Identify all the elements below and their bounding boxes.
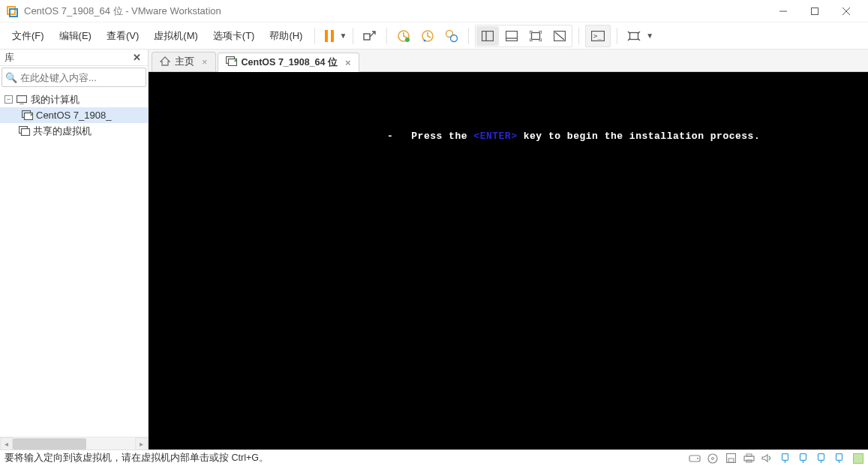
separator (617, 28, 617, 44)
svg-rect-43 (800, 454, 806, 461)
tree-shared-vms[interactable]: 共享的虚拟机 (0, 123, 148, 139)
scroll-right-icon[interactable]: ▸ (135, 437, 148, 450)
svg-point-13 (451, 35, 458, 41)
svg-line-20 (555, 32, 564, 40)
separator (468, 28, 469, 44)
svg-point-10 (405, 38, 410, 42)
menu-file[interactable]: 文件(F) (6, 26, 50, 46)
close-button[interactable] (830, 1, 862, 22)
send-to-button[interactable] (359, 26, 380, 47)
separator (578, 28, 579, 44)
chevron-down-icon: ▼ (339, 32, 347, 40)
network-icon[interactable] (796, 452, 809, 464)
svg-rect-24 (17, 95, 27, 102)
console-button-group: >_ (585, 25, 611, 47)
search-icon: 🔍 (5, 72, 17, 83)
shared-icon (18, 125, 30, 137)
view-fullscreen-button[interactable] (524, 26, 547, 46)
separator (314, 28, 315, 44)
svg-rect-8 (364, 34, 370, 40)
sidebar-title: 库 (5, 51, 14, 65)
snapshot-manager-button[interactable] (441, 26, 462, 47)
stretch-button (623, 26, 644, 47)
svg-rect-14 (482, 31, 494, 41)
chevron-down-icon: ▼ (646, 32, 653, 40)
svg-rect-37 (728, 458, 734, 462)
svg-rect-39 (746, 454, 752, 456)
sidebar-search[interactable]: 🔍 ▼ (2, 68, 146, 87)
menu-edit[interactable]: 编辑(E) (53, 26, 98, 46)
menu-vm[interactable]: 虚拟机(M) (148, 26, 204, 46)
svg-point-35 (712, 457, 714, 459)
sidebar-hscrollbar[interactable]: ◂ ▸ (0, 437, 148, 449)
titlebar: CentOS 7_1908_64 位 - VMware Workstation (0, 0, 868, 23)
separator (353, 28, 353, 44)
svg-point-34 (708, 454, 717, 463)
status-icons (688, 452, 863, 464)
content-area: 主页 × CentOS 7_1908_64 位 × -Press the <EN… (149, 50, 868, 449)
search-input[interactable] (20, 72, 146, 83)
svg-rect-6 (325, 30, 328, 42)
view-single-button[interactable] (500, 26, 523, 46)
tree-label: 共享的虚拟机 (33, 125, 92, 138)
view-mode-group (475, 25, 572, 47)
svg-rect-0 (8, 7, 15, 14)
message-log-button[interactable] (853, 453, 863, 464)
statusbar: 要将输入定向到该虚拟机，请在虚拟机内部单击或按 Ctrl+G。 (0, 449, 868, 466)
minimize-button[interactable] (767, 1, 799, 22)
sound-icon[interactable] (760, 452, 773, 464)
tab-close-button[interactable]: × (345, 57, 351, 68)
window-controls (767, 1, 862, 22)
vm-icon (21, 110, 33, 122)
pause-button-combo[interactable]: ▼ (321, 30, 347, 42)
network-icon[interactable] (778, 452, 791, 464)
svg-rect-47 (836, 454, 842, 461)
tab-vm[interactable]: CentOS 7_1908_64 位 × (218, 53, 359, 72)
tree-my-computer[interactable]: − 我的计算机 (0, 92, 148, 107)
menu-help[interactable]: 帮助(H) (263, 26, 308, 46)
floppy-icon[interactable] (724, 452, 737, 464)
scroll-track[interactable] (13, 438, 135, 449)
console-view-button[interactable]: >_ (587, 26, 609, 46)
library-tree: − 我的计算机 CentOS 7_1908_ 共享的虚拟机 (0, 89, 148, 437)
tree-label: CentOS 7_1908_ (36, 110, 111, 121)
menubar: 文件(F) 编辑(E) 查看(V) 虚拟机(M) 选项卡(T) 帮助(H) ▼ (0, 23, 868, 50)
tab-label: 主页 (175, 56, 194, 68)
harddisk-icon[interactable] (688, 452, 701, 464)
svg-rect-45 (818, 454, 824, 461)
console-text: -Press the <ENTER> key to begin the inst… (387, 131, 760, 142)
sidebar-close-button[interactable]: ✕ (130, 52, 143, 63)
svg-rect-16 (506, 31, 518, 41)
menu-tabs[interactable]: 选项卡(T) (207, 26, 261, 46)
svg-rect-18 (532, 32, 540, 39)
maximize-button[interactable] (799, 1, 830, 22)
sidebar: 库 ✕ 🔍 ▼ − 我的计算机 CentOS 7_1908_ (0, 50, 149, 449)
tab-close-button[interactable]: × (202, 56, 208, 68)
separator (386, 28, 387, 44)
cd-icon[interactable] (706, 452, 719, 464)
network-icon[interactable] (832, 452, 845, 464)
scroll-left-icon[interactable]: ◂ (0, 437, 13, 450)
tab-label: CentOS 7_1908_64 位 (242, 56, 338, 69)
tab-home[interactable]: 主页 × (152, 52, 216, 71)
network-icon[interactable] (814, 452, 827, 464)
sidebar-header: 库 ✕ (0, 50, 148, 66)
status-hint: 要将输入定向到该虚拟机，请在虚拟机内部单击或按 Ctrl+G。 (5, 452, 269, 464)
app-icon (6, 5, 18, 17)
main-area: 库 ✕ 🔍 ▼ − 我的计算机 CentOS 7_1908_ (0, 50, 868, 449)
tree-vm-centos[interactable]: CentOS 7_1908_ (0, 107, 148, 123)
pause-icon (321, 30, 338, 42)
snapshot-take-button[interactable] (393, 26, 414, 47)
scroll-thumb[interactable] (13, 438, 86, 449)
printer-icon[interactable] (742, 452, 755, 464)
menu-view[interactable]: 查看(V) (101, 26, 145, 46)
svg-rect-1 (10, 9, 17, 17)
view-unity-button[interactable] (548, 26, 571, 46)
vm-console[interactable]: -Press the <ENTER> key to begin the inst… (149, 72, 868, 449)
snapshot-revert-button[interactable] (417, 26, 438, 47)
svg-text:>_: >_ (593, 32, 602, 40)
svg-point-33 (697, 458, 698, 459)
collapse-icon[interactable]: − (5, 95, 13, 104)
stretch-button-combo[interactable]: ▼ (623, 26, 653, 47)
view-split-button[interactable] (476, 26, 499, 46)
